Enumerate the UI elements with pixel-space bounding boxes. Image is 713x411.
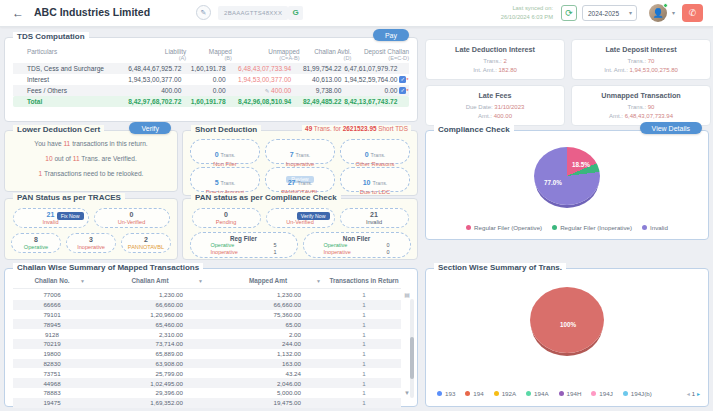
card-line-label: Amt.: <box>478 113 494 119</box>
challan-cell: 1 <box>327 301 401 308</box>
pan-pill-label: Inoperative <box>67 244 115 251</box>
table-scrollbar[interactable] <box>410 299 414 398</box>
pan-status-pill: 21Invalid <box>340 208 409 228</box>
section-summary-title: Section Wise Summary of Trans. <box>434 263 566 272</box>
challan-cell: 163.00 <box>209 360 327 367</box>
ldc-text: transactions in this return. <box>70 140 147 147</box>
pan-status-pill[interactable]: 0Un-VerifiedVerify Now <box>266 208 335 228</box>
short-deduction-pill[interactable]: 5 Trans.Due to AmountReview <box>190 167 260 192</box>
refresh-icon[interactable]: ⟳ <box>561 5 577 21</box>
challan-col-header: Challan No.▼ <box>13 277 91 288</box>
verify-button[interactable]: Verify <box>129 122 171 134</box>
section-legend-item: 194H <box>559 390 582 397</box>
filer-pill-row: Inoperative1 <box>191 249 297 256</box>
summary-card: Late FeesDue Date: 31/10/2023Amt.: 400.0… <box>425 85 565 126</box>
pan-status-pill[interactable]: 21InvalidFix Now <box>13 208 89 228</box>
pencil-icon[interactable]: ✎ <box>265 88 270 94</box>
tds-computation-title: TDS Computation <box>13 32 89 41</box>
avatar[interactable]: 👤 <box>649 4 667 22</box>
pay-button[interactable]: Pay <box>373 29 409 41</box>
pan-pill-label: Invalid <box>341 219 408 226</box>
column-filter-icon[interactable]: ▼ <box>390 278 395 284</box>
compliance-legend-dot-icon <box>466 225 471 230</box>
pan-compliance-panel: PAN status as per Compliance Check 0Pend… <box>182 198 418 260</box>
lower-deduction-cert-panel: Lower Deduction Cert Verify You have 11 … <box>4 130 178 192</box>
card-line: Int. Amt.: 182.80 <box>426 67 564 73</box>
section-legend-dot-icon <box>623 391 628 396</box>
tds-row: Fees / Others400.000.00✎ 400.009,738.000… <box>13 85 409 96</box>
pill-trans-word: Trans. <box>372 180 387 186</box>
compliance-legend-dot-icon <box>552 225 557 230</box>
card-line: Trans.: 70 <box>572 58 710 64</box>
support-call-button[interactable]: ✆ <box>682 4 703 22</box>
tds-table: ParticularsLiability(A)Mapped(B)Unmapped… <box>13 48 409 107</box>
short-deduction-pill[interactable]: 27 Trans.PANNOTAVBLReview <box>265 167 335 192</box>
tds-challan-avbl: 82,49,485.22 <box>291 98 341 105</box>
card-title: Unmapped Transaction <box>572 91 710 100</box>
short-deduction-pill[interactable]: 10 Trans.Due to LDCReview <box>340 167 410 192</box>
compliance-pie-chart <box>534 147 600 205</box>
scrollbar-thumb[interactable] <box>410 337 414 379</box>
challan-cell: 9128 <box>13 331 91 338</box>
verify-now-button[interactable]: Verify Now <box>297 212 330 220</box>
short-deduction-summary: 49 Trans. for 2621523.95 Short TDS <box>302 125 411 132</box>
compliance-check-title: Compliance Check <box>434 125 514 134</box>
tds-mapped: 1,60,191.78 <box>181 98 225 105</box>
page-next-icon[interactable]: ▸ <box>697 390 700 397</box>
export-icon[interactable]: ▤ <box>404 291 410 298</box>
short-summary-mid: Trans. for <box>312 125 343 132</box>
challan-cell: 73,714.00 <box>91 340 209 347</box>
summary-cards: Late Deduction InterestTrans.: 2Int. Amt… <box>425 39 711 126</box>
ldc-text: out of <box>53 155 73 162</box>
compliance-legend-item: Regular Filer (Operative) <box>466 224 542 231</box>
filer-row-label: Inoperative <box>324 249 351 256</box>
compliance-legend-item: Regular Filer (Inoperative) <box>552 224 632 231</box>
pan-status-pill: 0Un-Verified <box>94 208 170 228</box>
avatar-chevron-icon[interactable]: ▾ <box>672 9 675 16</box>
challan-col-label: Transactions in Return <box>329 277 398 284</box>
pill-trans-word: Trans. <box>297 180 312 186</box>
tds-col-sub: (A) <box>123 55 187 62</box>
column-filter-icon[interactable]: ▼ <box>316 278 321 284</box>
ldc-count: 11 <box>73 155 80 162</box>
view-details-button[interactable]: View Details <box>640 122 702 134</box>
page-prev-icon[interactable]: ◂ <box>687 390 690 397</box>
tds-col-sub: (D) <box>300 55 352 62</box>
compliance-check-panel: Compliance Check View Details 18.5% 77.0… <box>425 130 709 240</box>
tds-challan-avbl: 40,613.00 <box>291 76 341 83</box>
filer-row-label: Inoperative <box>211 249 238 256</box>
ldc-line: 10 out of 11 Trans. are Verified. <box>9 155 173 162</box>
fix-now-button[interactable]: Fix Now <box>57 212 84 220</box>
pill-trans-word: Trans. <box>296 152 311 158</box>
section-legend-label: 192A <box>502 390 516 397</box>
gstin-icon[interactable]: G <box>288 6 303 20</box>
column-filter-icon[interactable]: ▼ <box>198 278 203 284</box>
pill-reason-label: Due to LDC <box>341 189 409 196</box>
back-icon[interactable]: ← <box>12 6 24 20</box>
challan-row: 7375125,799.0043.241 <box>13 368 401 378</box>
chevron-down-icon: ▾ <box>629 6 632 21</box>
section-legend-item: 193 <box>437 390 455 397</box>
short-deduction-pill[interactable]: 7 Trans.InoperativeReview <box>265 139 335 164</box>
short-deduction-panel: Short Deduction 49 Trans. for 2621523.95… <box>182 130 418 196</box>
card-line: Trans.: 2 <box>426 58 564 64</box>
column-filter-icon[interactable]: ▼ <box>80 278 85 284</box>
section-legend-dot-icon <box>526 391 531 396</box>
challan-row: 791011,20,960.0075,360.001 <box>13 310 401 320</box>
challan-cell: 1 <box>327 360 401 367</box>
year-select[interactable]: 2024-2025 ▾ <box>582 5 637 21</box>
challan-cell: 1 <box>327 399 401 406</box>
challan-row: 7888329,396.005,000.001 <box>13 388 401 398</box>
tds-mapped: 1,60,191.78 <box>181 65 225 72</box>
tds-particulars: TDS, Cess and Surcharge <box>13 65 120 72</box>
challan-col-header: Mapped Amt▼ <box>209 277 327 288</box>
ldc-count: 10 <box>45 155 52 162</box>
tds-dashboard: ← ABC Industries Limited ✎ 2BAAAGTTS48XX… <box>0 0 713 411</box>
edit-icon[interactable]: ✎ <box>196 5 211 20</box>
section-legend-item: 192A <box>494 390 516 397</box>
pill-trans-word: Trans. <box>371 152 386 158</box>
tds-particulars: Interest <box>13 76 120 83</box>
challan-col-header: Transactions in Return▼ <box>327 277 401 288</box>
pill-count-line: 7 Trans. <box>266 143 334 161</box>
short-deduction-pill: 0 Trans.Non Filer <box>190 139 260 164</box>
